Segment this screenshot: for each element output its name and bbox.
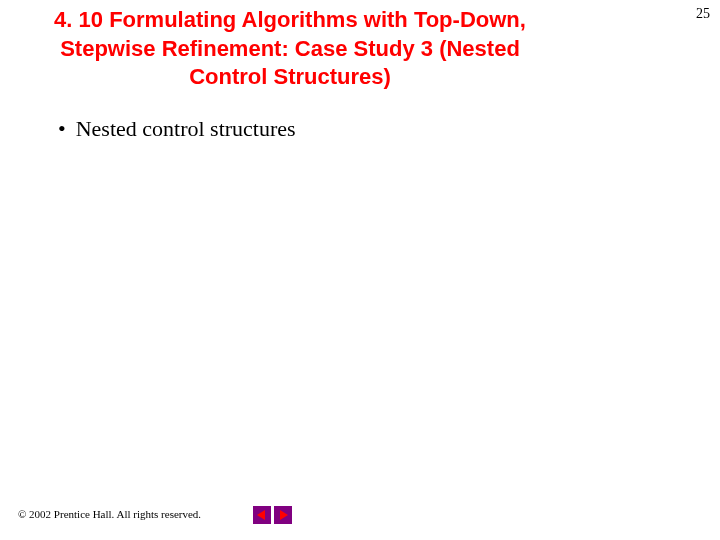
list-item: • Nested control structures (58, 116, 296, 142)
slide-title: 4. 10 Formulating Algorithms with Top-Do… (50, 6, 530, 92)
prev-button[interactable] (253, 506, 271, 524)
bullet-list: • Nested control structures (58, 116, 296, 142)
triangle-left-icon (257, 506, 267, 524)
svg-marker-0 (257, 510, 265, 520)
nav-buttons (253, 506, 292, 524)
page-number: 25 (696, 6, 710, 22)
triangle-right-icon (278, 506, 288, 524)
copyright-footer: © 2002 Prentice Hall. All rights reserve… (18, 508, 201, 520)
bullet-marker: • (58, 116, 66, 142)
bullet-text: Nested control structures (76, 116, 296, 142)
next-button[interactable] (274, 506, 292, 524)
svg-marker-1 (280, 510, 288, 520)
